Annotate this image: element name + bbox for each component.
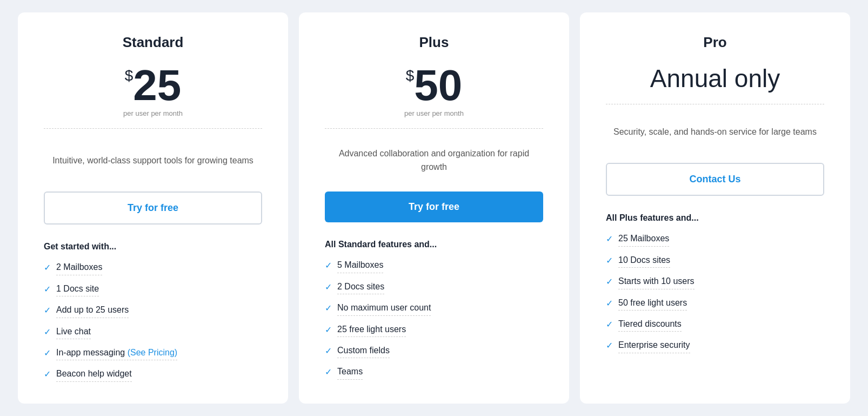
cta-button-plus[interactable]: Try for free (325, 192, 543, 222)
features-heading: Get started with... (44, 242, 262, 252)
features-heading: All Standard features and... (325, 240, 543, 249)
price-dollar-sign: $ (125, 68, 133, 83)
check-icon: ✓ (606, 234, 613, 244)
feature-text: Teams (337, 366, 363, 379)
check-icon: ✓ (325, 260, 332, 270)
check-icon: ✓ (44, 348, 51, 358)
feature-text: No maximum user count (337, 302, 431, 315)
feature-item: ✓No maximum user count (325, 302, 543, 315)
check-icon: ✓ (606, 298, 613, 308)
feature-item: ✓Add up to 25 users (44, 304, 262, 318)
check-icon: ✓ (44, 284, 51, 294)
plan-description: Security, scale, and hands-on service fo… (606, 115, 824, 148)
price-block: $25per user per month (44, 64, 262, 140)
price-dollar-sign: $ (406, 68, 415, 83)
price-period: per user per month (325, 109, 543, 129)
feature-text: Tiered discounts (618, 318, 682, 332)
feature-text: 25 Mailboxes (618, 233, 669, 246)
plan-description: Intuitive, world-class support tools for… (44, 144, 262, 176)
feature-item: ✓In-app messaging (See Pricing) (44, 347, 262, 360)
feature-text: Live chat (56, 326, 91, 339)
check-icon: ✓ (325, 346, 332, 356)
feature-text: Starts with 10 users (618, 275, 695, 289)
feature-text: 1 Docs site (56, 283, 99, 296)
feature-list: ✓25 Mailboxes✓10 Docs sites✓Starts with … (606, 233, 824, 353)
price-amount: $25 (44, 64, 262, 107)
feature-list: ✓5 Mailboxes✓2 Docs sites✓No maximum use… (325, 259, 543, 379)
feature-text: Beacon help widget (56, 368, 132, 381)
check-icon: ✓ (606, 340, 613, 351)
check-icon: ✓ (44, 327, 51, 337)
feature-text: Enterprise security (618, 339, 690, 353)
feature-item: ✓25 Mailboxes (606, 233, 824, 246)
price-annual-label: Annual only (606, 64, 824, 104)
plan-card-plus: Plus$50per user per monthAdvanced collab… (299, 12, 569, 403)
feature-item: ✓Custom fields (325, 345, 543, 358)
feature-text: In-app messaging (See Pricing) (56, 347, 177, 360)
feature-item: ✓25 free light users (325, 323, 543, 337)
plan-card-pro: ProAnnual onlySecurity, scale, and hands… (580, 12, 850, 403)
feature-item: ✓2 Docs sites (325, 281, 543, 294)
check-icon: ✓ (606, 276, 613, 287)
plan-description: Advanced collaboration and organization … (325, 144, 543, 176)
feature-text: 5 Mailboxes (337, 259, 383, 273)
feature-text: 10 Docs sites (618, 254, 670, 268)
check-icon: ✓ (325, 325, 332, 335)
feature-item: ✓Starts with 10 users (606, 275, 824, 289)
feature-item: ✓2 Mailboxes (44, 261, 262, 275)
check-icon: ✓ (606, 319, 613, 329)
check-icon: ✓ (44, 262, 51, 273)
feature-item: ✓5 Mailboxes (325, 259, 543, 273)
feature-item: ✓10 Docs sites (606, 254, 824, 268)
feature-item: ✓Tiered discounts (606, 318, 824, 332)
feature-item: ✓Teams (325, 366, 543, 379)
plan-name: Standard (44, 34, 262, 51)
check-icon: ✓ (606, 255, 613, 266)
feature-text: Add up to 25 users (56, 304, 129, 318)
feature-text: 50 free light users (618, 297, 687, 311)
feature-list: ✓2 Mailboxes✓1 Docs site✓Add up to 25 us… (44, 261, 262, 381)
check-icon: ✓ (325, 303, 332, 313)
features-heading: All Plus features and... (606, 213, 824, 223)
feature-text: Custom fields (337, 345, 390, 358)
price-block: $50per user per month (325, 64, 543, 140)
feature-item: ✓Live chat (44, 326, 262, 339)
check-icon: ✓ (44, 305, 51, 315)
feature-item: ✓Enterprise security (606, 339, 824, 353)
check-icon: ✓ (325, 282, 332, 292)
plan-name: Plus (325, 34, 543, 51)
price-number: 25 (133, 64, 181, 107)
cta-button-standard[interactable]: Try for free (44, 192, 262, 224)
feature-item: ✓1 Docs site (44, 283, 262, 296)
feature-link[interactable]: (See Pricing) (125, 348, 177, 357)
feature-text: 25 free light users (337, 323, 406, 337)
price-amount: $50 (325, 64, 543, 107)
plan-name: Pro (606, 34, 824, 51)
feature-text: 2 Mailboxes (56, 261, 102, 275)
pricing-container: Standard$25per user per monthIntuitive, … (12, 12, 856, 403)
price-number: 50 (414, 64, 462, 107)
feature-text: 2 Docs sites (337, 281, 384, 294)
cta-button-pro[interactable]: Contact Us (606, 163, 824, 196)
plan-card-standard: Standard$25per user per monthIntuitive, … (18, 12, 288, 403)
feature-item: ✓50 free light users (606, 297, 824, 311)
check-icon: ✓ (325, 367, 332, 377)
feature-item: ✓Beacon help widget (44, 368, 262, 381)
check-icon: ✓ (44, 369, 51, 379)
price-period: per user per month (44, 109, 262, 129)
